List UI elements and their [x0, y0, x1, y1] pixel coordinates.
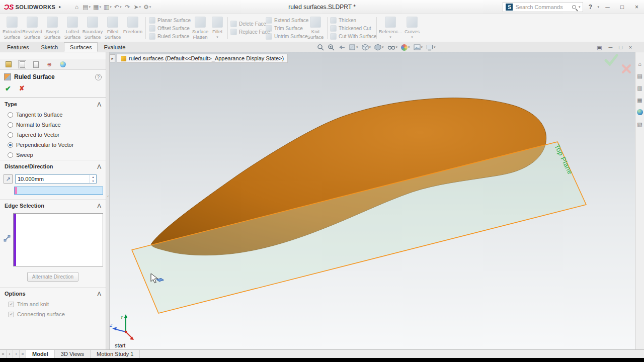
- section-view-icon[interactable]: ▾: [349, 44, 358, 51]
- edit-appearance-icon[interactable]: ▾: [401, 44, 410, 51]
- confirmation-corner[interactable]: [606, 55, 630, 72]
- tab-scroll-last-icon[interactable]: »: [20, 350, 26, 358]
- tab-3d-views[interactable]: 3D Views: [55, 350, 91, 358]
- custom-properties-icon[interactable]: ▧: [636, 121, 643, 128]
- tab-surfaces[interactable]: Surfaces: [64, 42, 98, 52]
- taskpane-home-icon[interactable]: ⌂: [636, 60, 643, 67]
- ruled-surface-button[interactable]: Ruled Surface: [149, 33, 191, 40]
- view-settings-icon[interactable]: ▾: [426, 44, 436, 51]
- tab-model[interactable]: Model: [26, 350, 55, 358]
- panel-splitter[interactable]: ‹: [106, 52, 110, 349]
- help-button[interactable]: ?: [585, 4, 595, 11]
- thickened-cut-button[interactable]: Thickened Cut: [330, 25, 377, 32]
- apply-scene-icon[interactable]: ▾: [414, 44, 423, 51]
- dimxpertmanager-tab[interactable]: ⊕: [45, 60, 53, 68]
- distance-input[interactable]: [16, 175, 90, 183]
- spin-down-icon[interactable]: ▼: [90, 179, 96, 183]
- graphics-area[interactable]: Top Plane Y Z ▸: [110, 52, 635, 349]
- pm-help-icon[interactable]: ?: [95, 74, 102, 80]
- swept-surface-button[interactable]: Swept Surface: [42, 17, 62, 40]
- reference-vector-icon[interactable]: ↗: [4, 174, 13, 184]
- curves-button[interactable]: Curves▾: [403, 17, 422, 39]
- reference-vector-selection-box[interactable]: [14, 187, 103, 195]
- thicken-button[interactable]: Thicken: [330, 17, 377, 24]
- featuremanager-tab[interactable]: [5, 60, 13, 68]
- display-pane-icon[interactable]: ▣: [597, 44, 602, 51]
- options-section-header[interactable]: Options ⋀: [0, 287, 106, 299]
- tab-scroll-first-icon[interactable]: «: [0, 350, 7, 358]
- distance-spinner[interactable]: ▲▼: [90, 175, 96, 183]
- home-icon[interactable]: ⌂: [72, 2, 81, 12]
- confirm-cancel-icon[interactable]: [623, 65, 630, 72]
- extend-surface-button[interactable]: Extend Surface: [266, 17, 308, 24]
- doc-close-icon[interactable]: ×: [629, 44, 632, 50]
- spin-up-icon[interactable]: ▲: [90, 175, 96, 179]
- doc-minimize-icon[interactable]: ─: [608, 44, 612, 50]
- help-caret-icon[interactable]: ▾: [597, 5, 599, 9]
- pm-cancel-button[interactable]: ✘: [19, 84, 25, 93]
- design-library-icon[interactable]: ▤: [636, 72, 643, 79]
- open-icon[interactable]: ▤▾: [82, 2, 92, 12]
- replace-face-button[interactable]: Replace Face: [230, 29, 270, 35]
- tab-motion-study-1[interactable]: Motion Study 1: [91, 350, 140, 358]
- hide-show-items-icon[interactable]: ▾: [387, 44, 398, 51]
- print-icon[interactable]: ▥▾: [103, 2, 113, 12]
- knit-surface-button[interactable]: Knit Surface: [306, 17, 325, 40]
- reference-geometry-button[interactable]: Referenc...▾: [379, 17, 401, 39]
- search-caret-icon[interactable]: ▾: [579, 5, 581, 9]
- search-input[interactable]: [515, 4, 569, 10]
- redo-icon[interactable]: ↷: [123, 2, 132, 12]
- appearances-icon[interactable]: [636, 109, 643, 116]
- confirm-ok-icon[interactable]: [606, 55, 617, 64]
- propertymanager-tab[interactable]: [18, 60, 26, 68]
- radio-normal-to-surface[interactable]: Normal to Surface: [0, 120, 106, 130]
- minimize-button[interactable]: ─: [601, 2, 614, 13]
- lofted-surface-button[interactable]: Lofted Surface: [62, 17, 83, 40]
- radio-sweep[interactable]: Sweep: [0, 150, 106, 160]
- edge-selection-list[interactable]: [13, 213, 103, 266]
- undo-icon[interactable]: ↶▾: [113, 2, 123, 12]
- boundary-surface-button[interactable]: Boundary Surface: [83, 17, 103, 40]
- fillet-button[interactable]: Fillet▾: [209, 17, 225, 39]
- view-orientation-icon[interactable]: ▾: [362, 44, 371, 51]
- radio-tapered-to-vector[interactable]: Tapered to Vector: [0, 130, 106, 140]
- offset-surface-button[interactable]: Offset Surface: [149, 25, 191, 32]
- type-section-header[interactable]: Type ⋀: [0, 98, 106, 110]
- surface-flatten-button[interactable]: Surface Flatten: [190, 17, 210, 40]
- select-icon[interactable]: ➤▾: [132, 2, 142, 12]
- close-button[interactable]: ×: [630, 2, 643, 13]
- untrim-surface-button[interactable]: Untrim Surface: [266, 33, 308, 40]
- options-gear-icon[interactable]: ⚙▾: [142, 2, 152, 12]
- splitter-grip-icon[interactable]: ‹: [106, 194, 110, 199]
- checkbox-trim-and-knit[interactable]: ✓Trim and knit: [0, 299, 106, 309]
- delete-face-button[interactable]: Delete Face: [230, 21, 270, 27]
- freeform-button[interactable]: Freeform: [123, 17, 143, 35]
- pm-ok-button[interactable]: ✔: [5, 84, 11, 93]
- tab-scroll-right-icon[interactable]: ›: [13, 350, 20, 358]
- featuremanager-flyout-icon[interactable]: ▸: [110, 54, 115, 62]
- distance-section-header[interactable]: Distance/Direction ⋀: [0, 160, 106, 172]
- tab-features[interactable]: Features: [1, 42, 35, 52]
- menu-flyout-icon[interactable]: ▸: [59, 5, 61, 9]
- zoom-area-icon[interactable]: [328, 44, 335, 51]
- flyout-feature-tree-item[interactable]: ruled surfaces (Default<<Default>_Appear…: [117, 54, 288, 63]
- file-explorer-icon[interactable]: ▥: [636, 84, 643, 92]
- alternate-direction-button[interactable]: Alternate Direction: [27, 272, 78, 282]
- tab-evaluate[interactable]: Evaluate: [98, 42, 131, 52]
- view-palette-icon[interactable]: ▦: [636, 97, 643, 104]
- display-style-icon[interactable]: ▾: [374, 44, 384, 51]
- displaymanager-tab[interactable]: [59, 60, 67, 68]
- cut-with-surface-button[interactable]: Cut With Surface: [330, 33, 377, 40]
- search-commands-box[interactable]: S ▾: [503, 2, 583, 12]
- tab-scroll-left-icon[interactable]: ‹: [7, 350, 13, 358]
- search-icon[interactable]: [572, 5, 576, 9]
- checkbox-connecting-surface[interactable]: ✓Connecting surface: [0, 309, 106, 319]
- tab-sketch[interactable]: Sketch: [35, 42, 64, 52]
- save-icon[interactable]: ▦▾: [92, 2, 102, 12]
- edge-section-header[interactable]: Edge Selection ⋀: [0, 199, 106, 211]
- revolved-surface-button[interactable]: Revolved Surface: [22, 17, 42, 40]
- extruded-surface-button[interactable]: Extruded Surface: [2, 17, 22, 40]
- radio-tangent-to-surface[interactable]: Tangent to Surface: [0, 110, 106, 120]
- trim-surface-button[interactable]: Trim Surface: [266, 25, 308, 32]
- configurationmanager-tab[interactable]: [32, 60, 40, 68]
